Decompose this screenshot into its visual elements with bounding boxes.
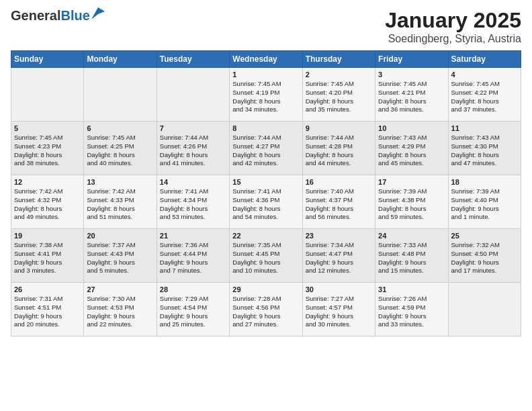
day-content: Sunset: 4:32 PM (14, 196, 81, 205)
day-content: Sunset: 4:27 PM (232, 142, 299, 151)
col-tuesday: Tuesday (157, 51, 229, 68)
day-content: Daylight: 9 hours (232, 312, 299, 321)
day-content: Sunrise: 7:42 AM (87, 187, 153, 196)
day-content: and 1 minute. (451, 213, 518, 222)
day-content: Sunrise: 7:42 AM (14, 187, 81, 196)
day-content: Daylight: 8 hours (451, 151, 518, 160)
day-content: Daylight: 8 hours (232, 97, 299, 106)
day-content: Sunrise: 7:45 AM (14, 134, 81, 142)
table-row: 9Sunrise: 7:44 AMSunset: 4:28 PMDaylight… (302, 122, 375, 175)
day-content: Daylight: 8 hours (306, 205, 372, 214)
table-row: 16Sunrise: 7:40 AMSunset: 4:37 PMDayligh… (302, 175, 375, 229)
day-content: and 25 minutes. (160, 320, 226, 329)
day-content: and 7 minutes. (160, 267, 226, 275)
day-content: and 44 minutes. (306, 159, 372, 168)
day-content: Daylight: 8 hours (87, 151, 153, 160)
day-number: 6 (87, 124, 153, 132)
day-content: Daylight: 8 hours (378, 151, 445, 160)
day-number: 5 (14, 124, 81, 132)
day-content: Sunrise: 7:33 AM (378, 241, 445, 250)
day-number: 21 (160, 232, 226, 240)
day-content: and 47 minutes. (451, 159, 518, 168)
day-content: Sunset: 4:51 PM (14, 304, 81, 312)
title-block: January 2025 Soedingberg, Styria, Austri… (385, 8, 521, 45)
day-content: and 53 minutes. (160, 213, 226, 222)
day-content: Daylight: 8 hours (232, 205, 299, 214)
day-number: 1 (232, 71, 299, 79)
day-content: Sunrise: 7:37 AM (87, 241, 153, 250)
day-content: Sunset: 4:29 PM (378, 142, 445, 151)
calendar-subtitle: Soedingberg, Styria, Austria (385, 33, 521, 45)
table-row: 2Sunrise: 7:45 AMSunset: 4:20 PMDaylight… (302, 68, 375, 122)
calendar-container: General Blue January 2025 Soedingberg, S… (0, 0, 532, 342)
day-content: Sunset: 4:30 PM (451, 142, 518, 151)
day-content: Sunset: 4:26 PM (160, 142, 226, 151)
logo: General Blue (11, 8, 105, 24)
table-row: 7Sunrise: 7:44 AMSunset: 4:26 PMDaylight… (157, 122, 229, 175)
table-row (84, 68, 157, 122)
table-row: 30Sunrise: 7:27 AMSunset: 4:57 PMDayligh… (302, 283, 375, 336)
day-content: Daylight: 9 hours (87, 259, 153, 267)
day-content: Daylight: 8 hours (14, 151, 81, 160)
day-number: 9 (306, 124, 372, 132)
day-content: Sunrise: 7:35 AM (232, 241, 299, 250)
table-row: 27Sunrise: 7:30 AMSunset: 4:53 PMDayligh… (84, 283, 157, 336)
day-content: and 49 minutes. (14, 213, 81, 222)
day-content: and 33 minutes. (378, 320, 445, 329)
day-content: Daylight: 8 hours (451, 97, 518, 106)
calendar-week-row: 1Sunrise: 7:45 AMSunset: 4:19 PMDaylight… (11, 68, 521, 122)
day-content: and 59 minutes. (378, 213, 445, 222)
table-row: 12Sunrise: 7:42 AMSunset: 4:32 PMDayligh… (11, 175, 84, 229)
day-content: and 51 minutes. (87, 213, 153, 222)
table-row: 1Sunrise: 7:45 AMSunset: 4:19 PMDaylight… (230, 68, 302, 122)
day-content: Sunrise: 7:31 AM (14, 295, 81, 304)
table-row: 18Sunrise: 7:39 AMSunset: 4:40 PMDayligh… (448, 175, 521, 229)
day-content: Sunrise: 7:44 AM (160, 134, 226, 142)
day-content: Sunrise: 7:39 AM (378, 187, 445, 196)
day-content: and 3 minutes. (14, 267, 81, 275)
day-content: and 12 minutes. (306, 267, 372, 275)
day-content: Sunset: 4:25 PM (87, 142, 153, 151)
day-content: Daylight: 8 hours (87, 205, 153, 214)
day-content: Sunrise: 7:45 AM (232, 80, 299, 89)
day-content: and 34 minutes. (232, 105, 299, 114)
day-content: Sunrise: 7:36 AM (160, 241, 226, 250)
day-content: Sunrise: 7:45 AM (306, 80, 372, 89)
header-row: General Blue January 2025 Soedingberg, S… (11, 8, 521, 45)
col-thursday: Thursday (302, 51, 375, 68)
day-content: and 30 minutes. (306, 320, 372, 329)
day-content: and 42 minutes. (232, 159, 299, 168)
day-content: Sunrise: 7:26 AM (378, 295, 445, 304)
day-content: Sunrise: 7:44 AM (306, 134, 372, 142)
table-row: 3Sunrise: 7:45 AMSunset: 4:21 PMDaylight… (375, 68, 448, 122)
day-content: Sunset: 4:44 PM (160, 250, 226, 259)
table-row (11, 68, 84, 122)
table-row: 29Sunrise: 7:28 AMSunset: 4:56 PMDayligh… (230, 283, 302, 336)
day-content: and 20 minutes. (14, 320, 81, 329)
day-content: Daylight: 9 hours (160, 259, 226, 267)
day-content: Daylight: 9 hours (451, 205, 518, 214)
day-content: Daylight: 8 hours (160, 205, 226, 214)
day-content: Sunrise: 7:39 AM (451, 187, 518, 196)
day-number: 23 (306, 232, 372, 240)
day-content: Sunrise: 7:28 AM (232, 295, 299, 304)
day-content: Sunset: 4:43 PM (87, 250, 153, 259)
table-row: 14Sunrise: 7:41 AMSunset: 4:34 PMDayligh… (157, 175, 229, 229)
day-content: Sunset: 4:47 PM (306, 250, 372, 259)
calendar-week-row: 12Sunrise: 7:42 AMSunset: 4:32 PMDayligh… (11, 175, 521, 229)
day-content: Daylight: 8 hours (378, 97, 445, 106)
day-content: Sunrise: 7:41 AM (232, 187, 299, 196)
day-number: 25 (451, 232, 518, 240)
day-content: Daylight: 9 hours (306, 259, 372, 267)
day-content: Sunset: 4:37 PM (306, 196, 372, 205)
day-number: 30 (306, 285, 372, 293)
day-number: 10 (378, 124, 445, 132)
day-content: and 36 minutes. (378, 105, 445, 114)
day-number: 26 (14, 285, 81, 293)
day-content: Sunset: 4:41 PM (14, 250, 81, 259)
day-content: Daylight: 8 hours (232, 151, 299, 160)
day-content: and 41 minutes. (160, 159, 226, 168)
day-content: Sunset: 4:36 PM (232, 196, 299, 205)
day-content: Sunrise: 7:45 AM (87, 134, 153, 142)
day-number: 14 (160, 178, 226, 186)
